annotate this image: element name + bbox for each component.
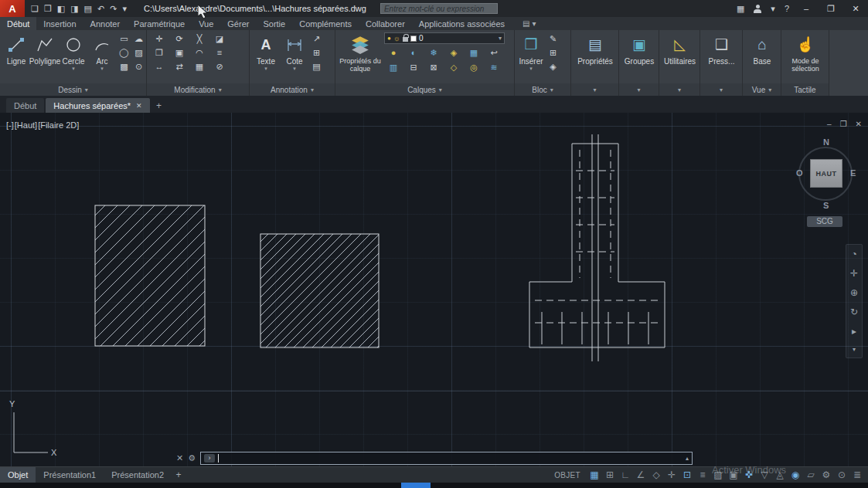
base-button[interactable]: ⌂ Base	[749, 32, 775, 66]
cercle-button[interactable]: Cercle ▾	[60, 32, 87, 71]
footing-section-drawing[interactable]	[529, 134, 665, 361]
panel-label-annotation[interactable]: Annotation▾	[250, 83, 335, 96]
viewcube-top-face[interactable]: HAUT	[810, 159, 842, 188]
erase-icon[interactable]: ◪	[210, 32, 229, 45]
snap-icon[interactable]: ⊞	[603, 469, 617, 480]
panel-label-groupes[interactable]: ▾	[619, 83, 659, 96]
layer-off-icon[interactable]: ●	[384, 46, 403, 59]
showmotion-icon[interactable]: ▸	[852, 327, 856, 336]
region-icon[interactable]: ⊙	[132, 60, 145, 73]
navigation-wheel-icon[interactable]: ◔	[851, 249, 856, 259]
save-as-icon[interactable]: ◨	[70, 0, 78, 17]
viewport-control[interactable]: [Filaire 2D]	[38, 120, 79, 130]
redo-icon[interactable]: ↷	[110, 0, 117, 17]
isodraft-icon[interactable]: ◇	[649, 469, 663, 480]
table-icon[interactable]: ⊞	[310, 46, 323, 59]
search-input[interactable]	[380, 3, 498, 14]
ribbon-tab-vue[interactable]: Vue	[192, 17, 220, 30]
annotation-scale-icon[interactable]: ▱	[804, 469, 818, 480]
drawing-canvas[interactable]: Y X [-][Haut][Filaire 2D] – ❐ ✕ N O E S …	[0, 113, 868, 466]
annotation-monitor-icon[interactable]: ⊙	[835, 469, 849, 480]
ribbon-display-toggle[interactable]: ▤ ▾	[523, 17, 536, 30]
layer-walk-icon[interactable]: ▥	[384, 61, 403, 73]
scale-icon[interactable]: ⇄	[170, 60, 189, 73]
command-close-icon[interactable]: ✕	[176, 453, 183, 463]
panel-label-bloc[interactable]: Bloc▾	[515, 83, 570, 96]
ribbon-tab-parametrique[interactable]: Paramétrique	[127, 17, 192, 30]
help-icon[interactable]: ?	[785, 4, 789, 13]
layer-delete-icon[interactable]: ⊠	[424, 61, 443, 73]
layer-dropdown[interactable]: ● ☼ 0 ▾	[384, 32, 505, 44]
ribbon-tab-gerer[interactable]: Gérer	[220, 17, 256, 30]
layer-match-icon[interactable]: ▦	[465, 46, 483, 59]
panel-label-calques[interactable]: Calques▾	[335, 83, 514, 96]
viewcube-west[interactable]: O	[796, 168, 803, 178]
object-snap-icon[interactable]: ⊡	[680, 469, 694, 480]
save-icon[interactable]: ◧	[57, 0, 65, 17]
ortho-icon[interactable]: ∟	[618, 469, 632, 480]
viewport-control[interactable]: [Haut]	[15, 120, 37, 130]
panel-label-tactile[interactable]: Tactile	[781, 83, 829, 96]
viewcube-north[interactable]: N	[823, 137, 829, 147]
undo-icon[interactable]: ↶	[97, 0, 104, 17]
copy-icon[interactable]: ❐	[150, 46, 168, 59]
layer-lock-icon[interactable]: ◈	[444, 46, 463, 59]
plot-icon[interactable]: ▤	[84, 0, 92, 17]
pan-icon[interactable]: ✛	[850, 269, 858, 278]
model-space-label[interactable]: OBJET	[554, 471, 580, 480]
inserer-button[interactable]: ❒ Insérer ▾	[518, 32, 544, 71]
mode-selection-button[interactable]: ☝ Mode de sélection	[785, 32, 826, 73]
customization-icon[interactable]: ≣	[850, 469, 864, 480]
layer-isolate-icon[interactable]: ◐	[404, 46, 423, 59]
arc-button[interactable]: Arc ▾	[89, 32, 115, 71]
ribbon-tab-debut[interactable]: Début	[0, 17, 36, 30]
rectangle-tool-icon[interactable]: ▭	[117, 32, 131, 45]
zoom-icon[interactable]: ⊕	[850, 288, 858, 297]
gizmo-icon[interactable]: ◬	[773, 469, 787, 480]
edit-block-icon[interactable]: ✎	[546, 32, 560, 45]
new-drawing-button[interactable]: +	[151, 98, 167, 113]
explode-icon[interactable]: ⊘	[210, 60, 229, 73]
block-attributes-icon[interactable]: ◈	[546, 60, 560, 73]
stretch-icon[interactable]: ↔	[150, 60, 168, 73]
viewcube-east[interactable]: E	[850, 168, 856, 178]
ligne-button[interactable]: Ligne	[3, 32, 29, 66]
open-folder-icon[interactable]: ❒	[44, 0, 52, 17]
ribbon-tab-annoter[interactable]: Annoter	[83, 17, 128, 30]
mirror-icon[interactable]: ▣	[170, 46, 189, 59]
hatched-square-1[interactable]	[95, 205, 205, 346]
qat-menu-icon[interactable]: ▾	[122, 0, 127, 17]
offset-icon[interactable]: ≡	[210, 46, 229, 59]
grid-icon[interactable]: ▦	[587, 469, 601, 480]
selection-cycling-icon[interactable]: ▣	[727, 469, 740, 480]
layer-previous-icon[interactable]: ↩	[485, 46, 503, 59]
texte-button[interactable]: A Texte ▾	[253, 32, 279, 71]
ellipse-icon[interactable]: ◯	[117, 46, 131, 59]
autocad-logo[interactable]: A	[0, 0, 25, 17]
layer-on-icon[interactable]: ◎	[465, 61, 483, 73]
layer-freeze-icon[interactable]: ❄	[424, 46, 443, 59]
layer-merge-icon[interactable]: ⊟	[404, 61, 423, 73]
panel-label-modification[interactable]: Modification▾	[147, 83, 249, 96]
viewcube[interactable]: N O E S HAUT	[791, 137, 861, 210]
groupes-button[interactable]: ▣ Groupes	[625, 32, 654, 66]
polyligne-button[interactable]: Polyligne	[32, 32, 58, 66]
layer-properties-button[interactable]: Propriétés du calque	[339, 32, 382, 73]
layout-tab-objet[interactable]: Objet	[0, 467, 36, 483]
command-customize-icon[interactable]: ⚙	[188, 453, 196, 463]
leader-icon[interactable]: ↗	[310, 32, 323, 45]
new-layout-button[interactable]: +	[172, 469, 186, 480]
close-tab-icon[interactable]: ✕	[136, 102, 142, 110]
layout-tab-presentation2[interactable]: Présentation2	[104, 467, 172, 483]
ribbon-tab-collaborer[interactable]: Collaborer	[359, 17, 412, 30]
close-button[interactable]: ✕	[848, 4, 863, 14]
doc-close-button[interactable]: ✕	[856, 120, 862, 128]
layer-settings-icon[interactable]: ≋	[485, 61, 503, 73]
ribbon-tab-complements[interactable]: Compléments	[292, 17, 359, 30]
rotate-icon[interactable]: ⟳	[170, 32, 189, 45]
panel-label-dessin[interactable]: Dessin▾	[0, 83, 146, 96]
move-icon[interactable]: ✛	[150, 32, 168, 45]
hatched-square-2[interactable]	[260, 234, 379, 347]
doc-minimize-button[interactable]: –	[827, 120, 832, 128]
revision-cloud-icon[interactable]: ☁	[132, 32, 145, 45]
